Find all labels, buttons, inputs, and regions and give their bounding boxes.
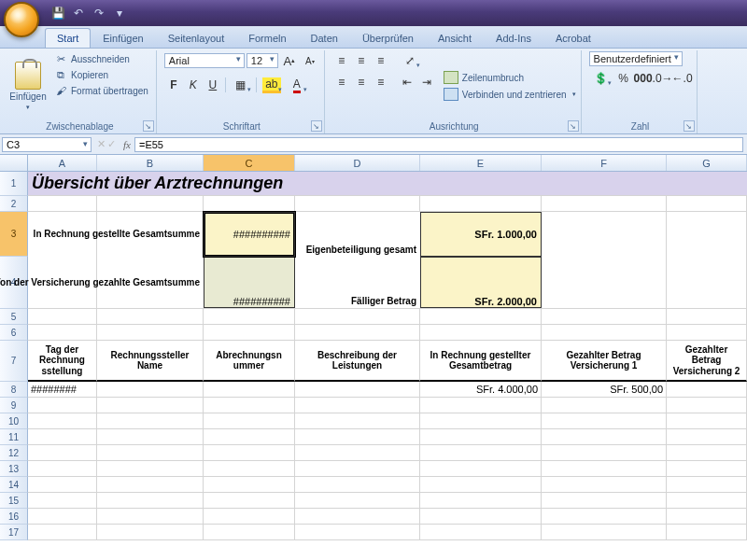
cell-b17[interactable]: [97, 525, 204, 539]
shrink-font-button[interactable]: A▾: [301, 51, 319, 70]
cell-b5[interactable]: [97, 309, 204, 324]
name-box[interactable]: C3: [2, 137, 92, 152]
cell-e6[interactable]: [420, 325, 542, 340]
cell-b2[interactable]: [97, 196, 204, 211]
undo-icon[interactable]: ↶: [69, 4, 88, 22]
cell-d4[interactable]: Fälliger Betrag: [295, 257, 420, 308]
cell-g7[interactable]: Gezahlter Betrag Versicherung 2: [667, 341, 747, 382]
cell-d6[interactable]: [295, 325, 420, 340]
cell-g2[interactable]: [667, 196, 747, 211]
tab-start[interactable]: Start: [45, 28, 91, 48]
cell-f14[interactable]: [542, 477, 667, 492]
cell-f5[interactable]: [542, 309, 667, 324]
cell-c8[interactable]: [204, 382, 295, 397]
cell-b12[interactable]: [97, 445, 204, 460]
col-header-g[interactable]: G: [667, 155, 747, 171]
number-format-combo[interactable]: Benutzerdefiniert: [589, 51, 683, 66]
row-header-15[interactable]: 15: [0, 493, 28, 509]
cell-c14[interactable]: [204, 477, 295, 492]
cell-f15[interactable]: [542, 493, 667, 508]
align-right-button[interactable]: ≡: [372, 73, 390, 91]
align-middle-button[interactable]: ≡: [352, 51, 371, 70]
cell-grid[interactable]: Übersicht über Arztrechnungen In Rechnun…: [28, 172, 747, 540]
wrap-text-button[interactable]: Zeilenumbruch: [444, 71, 576, 84]
cell-g10[interactable]: [667, 413, 747, 428]
cell-b11[interactable]: [97, 429, 204, 444]
tab-addins[interactable]: Add-Ins: [484, 28, 543, 48]
cell-b8[interactable]: [97, 382, 204, 397]
orientation-button[interactable]: ⤢: [398, 51, 422, 70]
cell-d9[interactable]: [295, 398, 420, 413]
merge-center-button[interactable]: Verbinden und zentrieren▾: [444, 88, 576, 101]
cell-e14[interactable]: [420, 477, 542, 492]
font-size-combo[interactable]: 12: [247, 53, 278, 68]
tab-acrobat[interactable]: Acrobat: [543, 28, 603, 48]
cell-e10[interactable]: [420, 413, 542, 428]
cell-e4[interactable]: SFr. 2.000,00: [420, 257, 542, 308]
cell-c16[interactable]: [204, 509, 295, 524]
qat-dropdown-icon[interactable]: ▾: [110, 4, 129, 22]
cell-b15[interactable]: [97, 493, 204, 508]
cell-g5[interactable]: [667, 309, 747, 324]
align-center-button[interactable]: ≡: [352, 73, 371, 91]
cell-b3[interactable]: In Rechnung gestellte Gesamtsumme: [97, 212, 204, 257]
row-header-9[interactable]: 9: [0, 398, 28, 413]
cell-b4[interactable]: Von der Versicherung gezahlte Gesamtsumm…: [97, 257, 204, 308]
cell-c15[interactable]: [204, 493, 295, 508]
cell-e11[interactable]: [420, 429, 542, 444]
font-launcher[interactable]: ↘: [311, 120, 322, 132]
cell-b6[interactable]: [97, 325, 204, 340]
cell-f7[interactable]: Gezahlter Betrag Versicherung 1: [542, 341, 667, 382]
cell-f11[interactable]: [542, 429, 667, 444]
cell-f4[interactable]: [542, 257, 667, 308]
row-header-17[interactable]: 17: [0, 525, 28, 540]
cell-e12[interactable]: [420, 445, 542, 460]
cell-f9[interactable]: [542, 398, 667, 413]
tab-daten[interactable]: Daten: [299, 28, 350, 48]
cell-e15[interactable]: [420, 493, 542, 508]
cell-b9[interactable]: [97, 398, 204, 413]
accounting-button[interactable]: 💲: [589, 69, 613, 88]
cell-c11[interactable]: [204, 429, 295, 444]
align-left-button[interactable]: ≡: [332, 73, 351, 91]
col-header-d[interactable]: D: [295, 155, 420, 171]
copy-button[interactable]: ⧉Kopieren: [51, 67, 151, 82]
cell-g15[interactable]: [667, 493, 747, 508]
cell-a9[interactable]: [28, 398, 97, 413]
formula-input[interactable]: =E55: [134, 137, 743, 152]
col-header-f[interactable]: F: [542, 155, 667, 171]
cell-a1[interactable]: Übersicht über Arztrechnungen: [28, 172, 747, 195]
number-launcher[interactable]: ↘: [684, 120, 695, 132]
cell-d15[interactable]: [295, 493, 420, 508]
tab-ueberpruefen[interactable]: Überprüfen: [350, 28, 426, 48]
cell-a16[interactable]: [28, 509, 97, 524]
increase-decimal-button[interactable]: .0→: [654, 69, 672, 88]
cell-b7[interactable]: Rechnungssteller Name: [97, 341, 204, 382]
row-header-11[interactable]: 11: [0, 429, 28, 445]
cell-d8[interactable]: [295, 382, 420, 397]
cell-f13[interactable]: [542, 461, 667, 476]
cell-c4[interactable]: ##########: [204, 257, 295, 308]
cell-d10[interactable]: [295, 413, 420, 428]
bold-button[interactable]: F: [164, 76, 183, 94]
cell-e9[interactable]: [420, 398, 542, 413]
cell-d5[interactable]: [295, 309, 420, 324]
font-color-button[interactable]: A: [285, 76, 309, 94]
cell-c6[interactable]: [204, 325, 295, 340]
cell-e2[interactable]: [420, 196, 542, 211]
row-header-10[interactable]: 10: [0, 413, 28, 429]
col-header-c[interactable]: C: [204, 155, 295, 171]
cell-c3[interactable]: ##########: [204, 212, 295, 257]
cell-f17[interactable]: [542, 525, 667, 539]
cell-b16[interactable]: [97, 509, 204, 524]
cell-c17[interactable]: [204, 525, 295, 539]
enter-formula-icon[interactable]: ✓: [107, 138, 116, 150]
grow-font-button[interactable]: A▴: [280, 51, 299, 70]
format-painter-button[interactable]: 🖌Format übertragen: [51, 83, 151, 98]
align-top-button[interactable]: ≡: [332, 51, 351, 70]
tab-seitenlayout[interactable]: Seitenlayout: [156, 28, 237, 48]
row-header-14[interactable]: 14: [0, 477, 28, 493]
underline-button[interactable]: U: [204, 76, 222, 94]
cell-g8[interactable]: [667, 382, 747, 397]
tab-formeln[interactable]: Formeln: [236, 28, 298, 48]
